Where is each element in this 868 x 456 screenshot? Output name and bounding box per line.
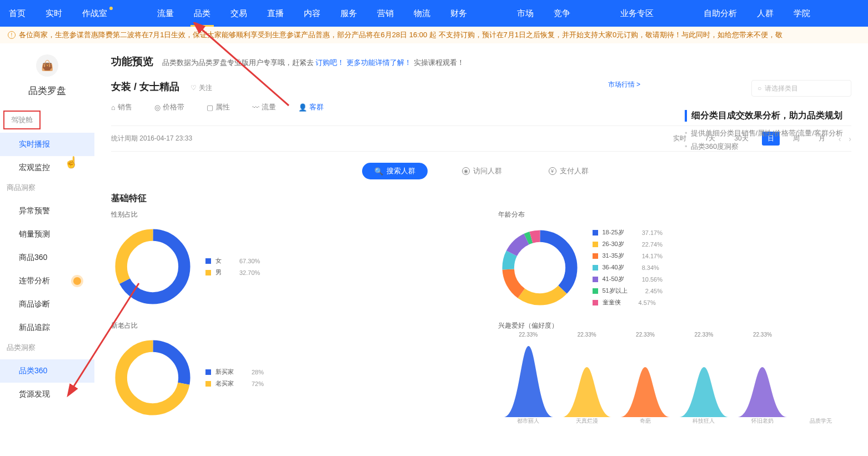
tab-crowd-label: 客群	[309, 102, 324, 112]
market-link[interactable]: 市场行情 >	[608, 80, 640, 89]
legend-row: 41-50岁10.56%	[593, 275, 663, 283]
preview-link-order[interactable]: 订购吧！	[315, 58, 344, 67]
nav-category[interactable]: 品类	[190, 0, 214, 27]
svg-point-1	[121, 235, 184, 298]
legend-row: 新买家28%	[205, 368, 264, 376]
breadcrumb[interactable]: 女装 / 女士精品	[111, 80, 179, 93]
sidebar-supply[interactable]: 货源发现	[0, 383, 94, 406]
preview-link-more[interactable]: 更多功能详情了解！	[347, 58, 412, 67]
nav-finance[interactable]: 财务	[447, 0, 470, 27]
nav-market[interactable]: 市场	[514, 0, 537, 27]
legend-row: 51岁以上2.45%	[593, 287, 663, 295]
info-bullet: 提供单细分类目销售/属性/价格带/流量/客群分析	[685, 128, 868, 138]
seg-search-label: 搜索人群	[387, 166, 415, 176]
sidebar-cat360[interactable]: 品类360	[0, 359, 94, 383]
peak: 品质学无	[796, 339, 846, 425]
badge-icon	[73, 277, 81, 285]
chart-age: 年龄分布 18-25岁37.17%26-30岁22.74%31-35岁14.17…	[498, 210, 852, 310]
sidebar-bundle[interactable]: 连带分析	[0, 269, 94, 293]
follow-label: 关注	[199, 83, 212, 93]
chart-gender: 性别占比 女67.30%男32.70%	[111, 210, 465, 310]
chart-newold: 新老占比 新买家28%老买家72%	[111, 321, 465, 425]
seg-visit-label: 访问人群	[473, 166, 502, 176]
section-basic: 基础特征	[111, 193, 851, 204]
seg-visit[interactable]: ◉访问人群	[450, 163, 514, 179]
chart-interest: 兴趣爱好（偏好度） 22.33%都市丽人22.33%天真烂漫22.33%奇葩22…	[498, 321, 852, 425]
tab-sales[interactable]: ⌂销售	[111, 102, 132, 112]
peak: 22.33%科技狂人	[679, 339, 729, 425]
nav-live[interactable]: 直播	[264, 0, 287, 27]
nav-warroom[interactable]: 作战室	[79, 0, 111, 27]
tab-price[interactable]: ◎价格带	[154, 102, 184, 112]
tab-sales-label: 销售	[118, 102, 132, 112]
preview-bar: 功能预览 品类数据为品类罗盘专业版用户专享哦，赶紧去 订购吧！ 更多功能详情了解…	[111, 54, 851, 69]
nav-traffic[interactable]: 流量	[154, 0, 177, 27]
legend-row: 童童侠4.57%	[593, 298, 663, 307]
nav-marketing[interactable]: 营销	[374, 0, 397, 27]
info-panel: 细分类目成交效果分析，助力品类规划 提供单细分类目销售/属性/价格带/流量/客群…	[685, 110, 868, 155]
donut-gender	[111, 225, 194, 308]
tab-price-label: 价格带	[163, 102, 184, 112]
tab-crowd[interactable]: 👤客群	[298, 102, 324, 112]
legend-gender: 女67.30%男32.70%	[205, 253, 260, 280]
sidebar: 👜 品类罗盘 驾驶舱 实时播报 宏观监控 商品洞察 异常预警 销量预测 商品36…	[0, 43, 94, 436]
peak: 22.33%都市丽人	[504, 339, 553, 425]
nav-logistics[interactable]: 物流	[410, 0, 434, 27]
sidebar-macro[interactable]: 宏观监控	[0, 156, 94, 179]
follow-button[interactable]: ♡关注	[190, 83, 212, 93]
peak: 22.33%天真烂漫	[562, 339, 611, 425]
sidebar-realtime[interactable]: 实时播报	[0, 133, 94, 156]
chart-age-title: 年龄分布	[498, 210, 852, 219]
chart-gender-title: 性别占比	[111, 210, 465, 219]
sales-icon: ⌂	[111, 103, 116, 112]
seg-pay-label: 支付人群	[560, 166, 589, 176]
warn-icon: !	[8, 31, 16, 39]
nav-service[interactable]: 服务	[337, 0, 360, 27]
tab-flow-label: 流量	[262, 102, 276, 112]
legend-row: 31-35岁14.17%	[593, 252, 663, 260]
nav-self[interactable]: 自助分析	[700, 0, 740, 27]
tab-flow[interactable]: 〰流量	[252, 102, 276, 112]
nav-content[interactable]: 内容	[300, 0, 324, 27]
nav-realtime[interactable]: 实时	[42, 0, 66, 27]
sidebar-product360[interactable]: 商品360	[0, 246, 94, 269]
pay-icon: ¥	[549, 167, 556, 175]
search-icon: 🔍	[374, 167, 383, 176]
nav-compete[interactable]: 竞争	[550, 0, 574, 27]
sidebar-newtrack[interactable]: 新品追踪	[0, 316, 94, 339]
nav-warroom-label: 作战室	[82, 8, 107, 19]
preview-desc: 品类数据为品类罗盘专业版用户专享哦，赶紧去	[162, 58, 314, 67]
nav-biz[interactable]: 业务专区	[617, 0, 657, 27]
flow-icon: 〰	[252, 103, 259, 112]
sidebar-group-category: 品类洞察	[0, 339, 94, 356]
sidebar-group-cockpit: 驾驶舱	[3, 111, 41, 129]
peak: 22.33%怀旧老奶	[737, 339, 787, 425]
main: 功能预览 品类数据为品类罗盘专业版用户专享哦，赶紧去 订购吧！ 更多功能详情了解…	[94, 43, 868, 436]
sidebar-forecast[interactable]: 销量预测	[0, 223, 94, 246]
nav-trade[interactable]: 交易	[227, 0, 250, 27]
search-icon: ○	[757, 84, 761, 92]
seg-search[interactable]: 🔍搜索人群	[362, 163, 428, 179]
price-icon: ◎	[154, 103, 160, 112]
sidebar-diagnose[interactable]: 商品诊断	[0, 293, 94, 316]
legend-row: 男32.70%	[205, 268, 260, 277]
legend-newold: 新买家28%老买家72%	[205, 364, 264, 391]
top-nav: 首页 实时 作战室 流量 品类 交易 直播 内容 服务 营销 物流 财务 市场 …	[0, 0, 868, 27]
sidebar-alert[interactable]: 异常预警	[0, 199, 94, 223]
peaks: 22.33%都市丽人22.33%天真烂漫22.33%奇葩22.33%科技狂人22…	[498, 336, 852, 425]
nav-academy[interactable]: 学院	[790, 0, 814, 27]
donut-age	[498, 226, 581, 309]
nav-home[interactable]: 首页	[6, 0, 29, 27]
nav-crowd[interactable]: 人群	[754, 0, 777, 27]
tab-attr[interactable]: ▢属性	[207, 102, 230, 112]
category-search[interactable]: ○请选择类目	[751, 80, 851, 97]
info-bullet: 品类360度洞察	[685, 142, 868, 152]
sidebar-title: 品类罗盘	[0, 84, 94, 97]
notice-bar: ! 各位商家，生意参谋普惠降费第二波将在7月1日生效，保证大家能够顺利享受到生意…	[0, 27, 868, 43]
preview-title: 功能预览	[111, 56, 153, 67]
legend-row: 36-40岁8.34%	[593, 263, 663, 272]
peak: 22.33%奇葩	[620, 339, 670, 425]
bag-icon: 👜	[41, 59, 53, 72]
heart-icon: ♡	[190, 84, 197, 92]
seg-pay[interactable]: ¥支付人群	[536, 163, 601, 179]
